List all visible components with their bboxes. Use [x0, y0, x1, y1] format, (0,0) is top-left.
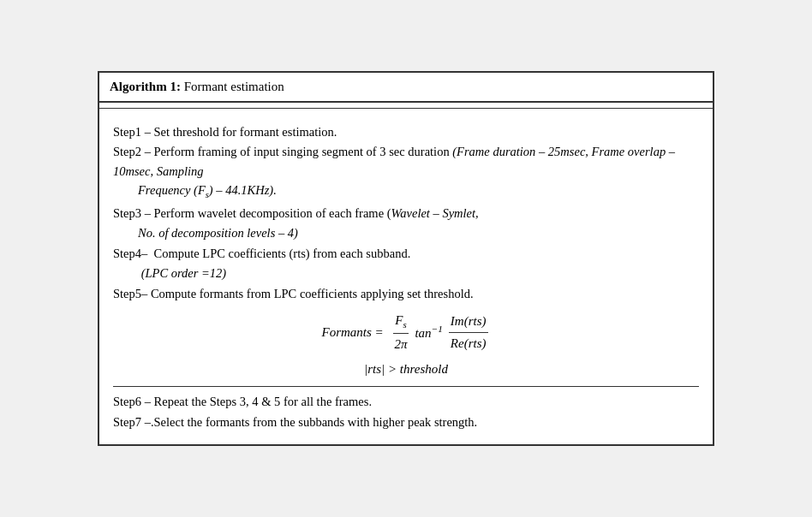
condition-section: |rts| > threshold: [113, 360, 699, 379]
step5-block: Step5– Compute formants from LPC coeffic…: [113, 284, 699, 379]
step4-text: Step4– Compute LPC coefficients (rts) fr…: [113, 244, 410, 282]
fraction-fs-2pi: Fs 2π: [392, 311, 409, 354]
header-divider: [99, 108, 713, 109]
formula-lhs: Formants =: [321, 323, 386, 342]
step6-text: Step6 – Repeat the Steps 3, 4 & 5 for al…: [113, 392, 372, 411]
formula-display: Formants = Fs 2π tan−1 Im(rts) Re(rts): [321, 311, 490, 354]
step7-row: Step7 –.Select the formants from the sub…: [113, 413, 699, 431]
fraction-denominator-re: Re(rts): [449, 333, 488, 354]
superscript-neg1: −1: [432, 324, 443, 334]
algorithm-label: Algorithm 1:: [110, 80, 181, 93]
step2-row: Step2 – Perform framing of input singing…: [113, 142, 699, 202]
condition-text: |rts| > threshold: [364, 362, 448, 376]
step7-text: Step7 –.Select the formants from the sub…: [113, 413, 477, 431]
fraction-numerator-fs: Fs: [393, 311, 408, 334]
step2-italic: (Frame duration – 25msec, Frame overlap …: [113, 145, 675, 197]
algorithm-container: Algorithm 1: Formant estimation Step1 – …: [98, 71, 714, 446]
formula-section: Formants = Fs 2π tan−1 Im(rts) Re(rts): [113, 311, 699, 354]
step2-text: Step2 – Perform framing of input singing…: [113, 142, 699, 202]
algorithm-title: Formant estimation: [184, 80, 284, 93]
tan-operator: tan−1: [415, 322, 442, 343]
step6-row: Step6 – Repeat the Steps 3, 4 & 5 for al…: [113, 392, 699, 411]
step1-row: Step1 – Set threshold for formant estima…: [113, 122, 699, 141]
body-divider: [113, 386, 699, 387]
step5-text: Step5– Compute formants from LPC coeffic…: [113, 284, 699, 303]
step4-row: Step4– Compute LPC coefficients (rts) fr…: [113, 244, 699, 282]
step1-key: Step1 – Set threshold for formant estima…: [113, 122, 337, 141]
algorithm-body: Step1 – Set threshold for formant estima…: [99, 114, 713, 444]
algorithm-header: Algorithm 1: Formant estimation: [99, 73, 713, 103]
fraction-numerator-im: Im(rts): [449, 312, 488, 333]
fraction-im-re: Im(rts) Re(rts): [449, 312, 488, 354]
step3-row: Step3 – Perform wavelet decomposition of…: [113, 204, 699, 242]
step3-text: Step3 – Perform wavelet decomposition of…: [113, 204, 479, 242]
fraction-denominator-2pi: 2π: [392, 334, 409, 354]
